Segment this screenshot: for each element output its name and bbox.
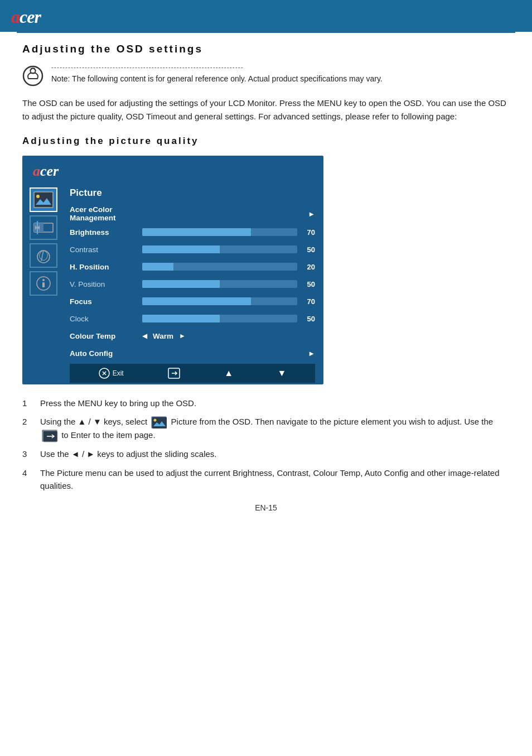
- osd-value-hposition: 20: [302, 263, 315, 271]
- step-1-num: 1: [22, 397, 35, 410]
- step-4: 4 The Picture menu can be used to adjust…: [22, 466, 510, 493]
- osd-main-content: Picture Acer eColor Management ► Brightn…: [63, 183, 322, 383]
- steps-list: 1 Press the MENU key to bring up the OSD…: [22, 397, 510, 492]
- osd-row-brightness: Brightness 70: [70, 225, 315, 239]
- osd-slider-brightness: 70: [142, 228, 315, 237]
- osd-section-title: Picture: [70, 187, 315, 201]
- svg-point-3: [36, 195, 40, 198]
- osd-logo: acer: [33, 163, 313, 180]
- note-text: Note: The following content is for gener…: [51, 73, 510, 85]
- step-3-num: 3: [22, 447, 35, 460]
- osd-header: acer: [24, 157, 322, 183]
- osd-slider-hposition-track: [142, 263, 297, 271]
- acer-logo-header: acer: [11, 7, 41, 27]
- svg-point-0: [23, 66, 42, 85]
- main-paragraph: The OSD can be used for adjusting the se…: [22, 97, 510, 123]
- step-4-text: The Picture menu can be used to adjust t…: [40, 466, 510, 493]
- osd-footer-up: ▲: [224, 368, 233, 378]
- osd-label-brightness: Brightness: [70, 228, 142, 237]
- osd-label-ecolor: Acer eColor Management: [70, 205, 142, 222]
- osd-sidebar-brightness: [30, 215, 57, 240]
- osd-value-clock: 50: [302, 315, 315, 323]
- osd-label-colourtemp: Colour Temp: [70, 332, 142, 340]
- step-1: 1 Press the MENU key to bring up the OSD…: [22, 397, 510, 410]
- osd-footer-exit: Exit: [99, 368, 124, 379]
- osd-value-colourtemp: Warm: [153, 332, 173, 340]
- osd-value-brightness: 70: [302, 228, 315, 237]
- svg-rect-2: [34, 192, 53, 208]
- osd-value-focus: 70: [302, 297, 315, 306]
- osd-slider-focus-track: [142, 297, 297, 305]
- svg-point-18: [154, 419, 157, 422]
- osd-label-autoconfig: Auto Config: [70, 349, 142, 358]
- osd-value-vposition: 50: [302, 280, 315, 288]
- osd-label-contrast: Contrast: [70, 245, 142, 254]
- osd-screenshot: acer: [22, 156, 323, 384]
- osd-body: Picture Acer eColor Management ► Brightn…: [24, 183, 322, 383]
- osd-row-hposition: H. Position 20: [70, 259, 315, 274]
- osd-slider-vposition: 50: [142, 280, 315, 288]
- note-box: ----------------------------------------…: [22, 64, 510, 86]
- svg-point-13: [42, 279, 45, 281]
- section1-title: Adjusting the OSD settings: [22, 43, 510, 55]
- osd-slider-brightness-fill: [142, 228, 251, 236]
- page-header: acer: [0, 0, 532, 32]
- step-2-num: 2: [22, 415, 35, 428]
- osd-sidebar-info: [30, 271, 57, 296]
- section2-title: Adjusting the picture quality: [22, 136, 510, 147]
- osd-footer-enter: [168, 368, 180, 379]
- osd-slider-brightness-track: [142, 228, 297, 236]
- step-4-num: 4: [22, 466, 35, 479]
- note-dashes: ----------------------------------------…: [51, 64, 510, 71]
- osd-row-vposition: V. Position 50: [70, 277, 315, 291]
- osd-label-focus: Focus: [70, 297, 142, 306]
- osd-sidebar-picture: [30, 187, 57, 212]
- main-content: Adjusting the OSD settings -------------…: [0, 33, 532, 529]
- osd-slider-focus-fill: [142, 297, 251, 305]
- osd-arrow-right-colourtemp: ►: [179, 332, 186, 340]
- osd-row-clock: Clock 50: [70, 311, 315, 326]
- osd-row-colourtemp: Colour Temp ◀ Warm ►: [70, 329, 315, 343]
- osd-slider-hposition: 20: [142, 263, 315, 271]
- osd-row-focus: Focus 70: [70, 294, 315, 309]
- osd-row-contrast: Contrast 50: [70, 242, 315, 257]
- osd-footer: Exit ▲ ▼: [70, 364, 315, 383]
- osd-slider-hposition-fill: [142, 263, 173, 271]
- osd-slider-contrast-fill: [142, 245, 220, 253]
- note-content: ----------------------------------------…: [51, 64, 510, 85]
- osd-slider-contrast: 50: [142, 245, 315, 254]
- osd-slider-contrast-track: [142, 245, 297, 253]
- note-icon: [22, 65, 43, 86]
- osd-arrow-left-colourtemp: ◀: [142, 332, 147, 340]
- osd-footer-exit-label: Exit: [113, 369, 124, 377]
- osd-value-contrast: 50: [302, 245, 315, 254]
- osd-sidebar-color: [30, 243, 57, 268]
- osd-slider-vposition-track: [142, 280, 297, 288]
- page-number: EN-15: [22, 503, 510, 512]
- osd-row-ecolor: Acer eColor Management ►: [70, 205, 315, 222]
- osd-label-hposition: H. Position: [70, 263, 142, 271]
- step-3-text: Use the ◄ / ► keys to adjust the sliding…: [40, 447, 510, 460]
- osd-slider-clock-fill: [142, 315, 220, 322]
- osd-slider-focus: 70: [142, 297, 315, 306]
- osd-sidebar: [24, 183, 63, 383]
- osd-slider-clock: 50: [142, 315, 315, 323]
- svg-line-11: [41, 251, 43, 261]
- step-2-text: Using the ▲ / ▼ keys, select Picture fro…: [40, 415, 510, 442]
- osd-slider-clock-track: [142, 315, 297, 322]
- osd-row-autoconfig: Auto Config ►: [70, 346, 315, 360]
- osd-label-vposition: V. Position: [70, 280, 142, 288]
- osd-label-clock: Clock: [70, 315, 142, 323]
- step-1-text: Press the MENU key to bring up the OSD.: [40, 397, 510, 410]
- osd-slider-vposition-fill: [142, 280, 220, 288]
- svg-rect-14: [42, 282, 45, 287]
- osd-footer-down: ▼: [277, 368, 286, 378]
- step-3: 3 Use the ◄ / ► keys to adjust the slidi…: [22, 447, 510, 460]
- step-2: 2 Using the ▲ / ▼ keys, select Picture f…: [22, 415, 510, 442]
